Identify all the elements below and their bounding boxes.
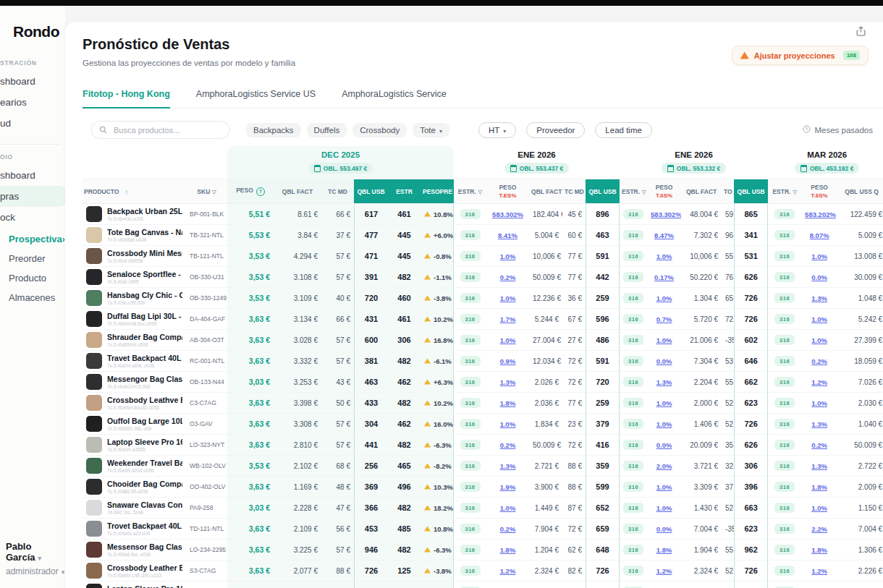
cell-peso-tes[interactable]: 0.0%	[647, 519, 681, 540]
table-row[interactable]: Crossbody Leathve Bag - Cog rae7u.5.r6a9…	[83, 393, 883, 414]
table-row[interactable]: Travet Backpact 40L - Sand7u.5.r6a0m.a69…	[83, 351, 883, 372]
peso-link[interactable]: 0.2%	[500, 441, 516, 449]
cell-peso-tes[interactable]: 1.3%	[486, 456, 529, 477]
peso-link[interactable]: 1.3%	[500, 378, 516, 386]
peso-link[interactable]: 583.302%	[651, 210, 681, 218]
cell-peso-tes[interactable]: 1.8%	[486, 540, 529, 561]
cell-peso-tes[interactable]: 1.0%	[647, 414, 681, 435]
cell-peso-tes[interactable]: 583.302%	[486, 204, 529, 225]
peso-link[interactable]: 0.0%	[656, 525, 672, 533]
table-row[interactable]: Duffal Bag Lipi 30L - Black7n.5.r660m08.…	[83, 309, 883, 330]
peso-link[interactable]: 0.0%	[811, 273, 827, 281]
cell-peso-tes[interactable]: 1.0%	[801, 393, 837, 414]
table-row[interactable]: Messengor Bag Classic - Cool7n.5.r4v6G2m…	[83, 372, 883, 393]
cell-peso-tes[interactable]: 8.07%	[801, 225, 837, 246]
cell-peso-tes[interactable]: 1.0%	[647, 288, 681, 309]
cell-peso-tes[interactable]: 0.17%	[647, 267, 681, 288]
cell-peso-tes[interactable]: 1.2%	[801, 561, 837, 581]
peso-link[interactable]: 1.7%	[500, 315, 516, 323]
peso-link[interactable]: 1.0%	[500, 504, 516, 512]
peso-link[interactable]: 2.2%	[811, 525, 827, 533]
peso-link[interactable]: 2.0%	[656, 462, 672, 470]
cell-peso-tes[interactable]: 1.3%	[801, 456, 837, 477]
peso-link[interactable]: 1.0%	[656, 336, 672, 344]
cell-peso-tes[interactable]: 0.2%	[801, 351, 837, 372]
peso-link[interactable]: 1.0%	[656, 399, 672, 407]
tab-amphoralogistics-service[interactable]: AmphoraLogistics Service	[342, 89, 447, 108]
table-row[interactable]: Laptop Sleeve Pro 16" - Navy7u.5.r6k88.6…	[83, 581, 883, 588]
table-row[interactable]: Crossbody Mini Messenger7u.5.r6vd.c6905s…	[83, 246, 883, 267]
peso-link[interactable]: 1.3%	[811, 462, 827, 470]
peso-link[interactable]: 0.2%	[500, 525, 516, 533]
cell-peso-tes[interactable]: 583.302%	[647, 204, 681, 225]
cell-peso-tes[interactable]: 0.2%	[486, 267, 529, 288]
cell-peso-tes[interactable]: 8.47%	[647, 225, 681, 246]
peso-link[interactable]: 1.0%	[500, 252, 516, 260]
cell-peso-tes[interactable]: 1.3%	[647, 372, 681, 393]
peso-link[interactable]: 0.0%	[656, 441, 672, 449]
user-name[interactable]: Pablo García▾	[6, 541, 65, 563]
peso-link[interactable]: 1.8%	[656, 546, 672, 554]
cell-peso-tes[interactable]: 1.0%	[486, 498, 529, 519]
peso-link[interactable]: 1.3%	[811, 420, 827, 428]
cell-peso-tes[interactable]: 1.0%	[486, 414, 529, 435]
cell-peso-tes[interactable]: 1.8%	[647, 540, 681, 561]
table-row[interactable]: Backpack Urban 25L - Black7u.5.r6v43c.uJ…	[83, 204, 883, 225]
cell-peso-tes[interactable]: 2.2%	[801, 519, 837, 540]
peso-link[interactable]: 1.0%	[500, 294, 516, 302]
peso-link[interactable]: 1.2%	[500, 567, 516, 575]
cell-peso-tes[interactable]: 1.9%	[486, 477, 529, 498]
peso-link[interactable]: 583.302%	[492, 210, 523, 218]
filter-funnel-icon[interactable]: ▽	[478, 189, 482, 195]
peso-link[interactable]: 1.9%	[500, 483, 516, 491]
table-row[interactable]: Laptop Sleeve Pro 16" - Navy7u.5.r6a0m.a…	[83, 435, 883, 456]
table-row[interactable]: Weekender Travel Bag - Olive7n.5.r6a9R.6…	[83, 456, 883, 477]
sidebar-item-producto[interactable]: Producto	[0, 268, 65, 288]
cell-peso-tes[interactable]: 1.0%	[801, 498, 837, 519]
info-circle-icon[interactable]: ?	[256, 187, 265, 196]
peso-link[interactable]: 1.0%	[811, 252, 827, 260]
sidebar-item-ud[interactable]: ud	[0, 113, 65, 134]
cell-peso-tes[interactable]: 1.8%	[486, 581, 529, 588]
sidebar-item-pras[interactable]: pras	[0, 186, 65, 207]
cell-peso-tes[interactable]: 0.9%	[486, 351, 529, 372]
cell-peso-tes[interactable]: 1.8%	[801, 540, 837, 561]
sidebar-item-shboard[interactable]: shboard	[0, 165, 65, 186]
col-header-producto[interactable]: PRODUCTO↕	[83, 179, 186, 204]
cell-peso-tes[interactable]: 1.3%	[801, 414, 837, 435]
col-header-sku[interactable]: SKU▽	[186, 179, 227, 204]
col-header-estr-y[interactable]: ESTR.▽	[454, 179, 486, 204]
cell-peso-tes[interactable]: 1.3%	[801, 581, 837, 588]
peso-link[interactable]: 0.17%	[654, 273, 674, 281]
cell-peso-tes[interactable]: 1.8%	[486, 393, 529, 414]
filter-chevron-icon[interactable]: ▽	[212, 189, 216, 195]
cell-peso-tes[interactable]: 1.0%	[647, 246, 681, 267]
sidebar-item-prospectiva[interactable]: Prospectiva›	[0, 228, 65, 249]
chip-crossbody[interactable]: Crossbody	[352, 123, 407, 137]
tab-fitotop-hong-kong[interactable]: Fitotop - Hong Kong	[83, 89, 170, 108]
sidebar-item-almacenes[interactable]: Almacenes	[0, 288, 65, 307]
cell-peso-tes[interactable]: 8.41%	[486, 225, 529, 246]
table-row[interactable]: Tote Bag Canvas - Natural7n.5.v60d5at.uA…	[83, 225, 883, 246]
sidebar-item-preorder[interactable]: Preorder	[0, 249, 65, 268]
peso-link[interactable]: 1.0%	[656, 420, 672, 428]
peso-link[interactable]: 0.2%	[500, 273, 516, 281]
peso-link[interactable]: 1.0%	[500, 336, 516, 344]
cell-peso-tes[interactable]: 1.2%	[801, 372, 837, 393]
col-header-estr-y[interactable]: ESTR.▽	[768, 179, 801, 204]
filter-pill-ht[interactable]: HT▾	[478, 122, 516, 138]
tab-amphoralogistics-service-us[interactable]: AmphoraLogistics Service US	[196, 89, 316, 108]
cell-peso-tes[interactable]: 2.0%	[647, 581, 681, 588]
table-row[interactable]: Crossbody Leather Bag - Cog rae7n.5.r6a9…	[83, 561, 883, 581]
cell-peso-tes[interactable]: 1.0%	[486, 246, 529, 267]
cell-peso-tes[interactable]: 0.2%	[801, 435, 837, 456]
filter-funnel-icon[interactable]: ▽	[642, 189, 646, 195]
peso-link[interactable]: 1.3%	[811, 294, 827, 302]
cell-peso-tes[interactable]: 1.0%	[486, 330, 529, 351]
peso-link[interactable]: 1.0%	[656, 294, 672, 302]
peso-link[interactable]: 1.0%	[811, 399, 827, 407]
table-row[interactable]: Senaloce Sportflee - Grey7n.5.r0a2.u595O…	[83, 267, 883, 288]
past-months-toggle[interactable]: Meses pasados	[803, 125, 873, 135]
table-row[interactable]: Ouffol Bag Large 10L - Buttorus 1037n.5.…	[83, 414, 883, 435]
table-row[interactable]: Messensor Bag Classic - Cool7u.5.r68a8.6…	[83, 540, 883, 561]
